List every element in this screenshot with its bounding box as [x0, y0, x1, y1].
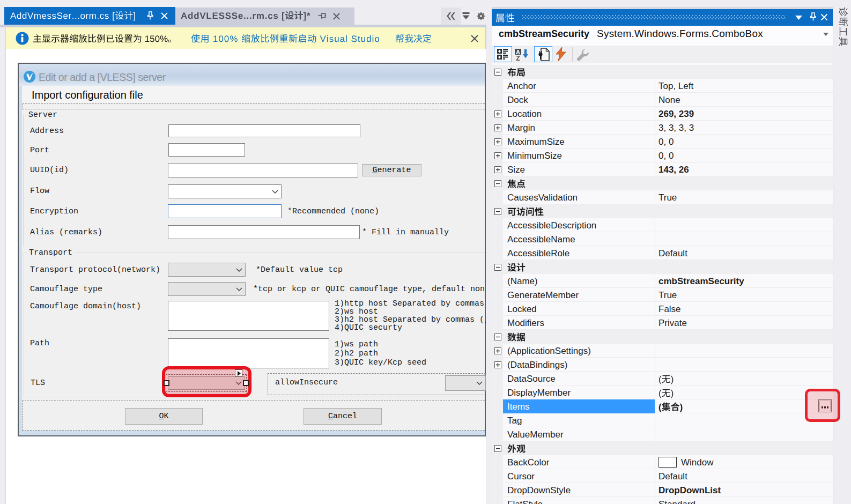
svg-text:Z: Z [516, 55, 520, 61]
svg-text:A: A [516, 49, 520, 55]
